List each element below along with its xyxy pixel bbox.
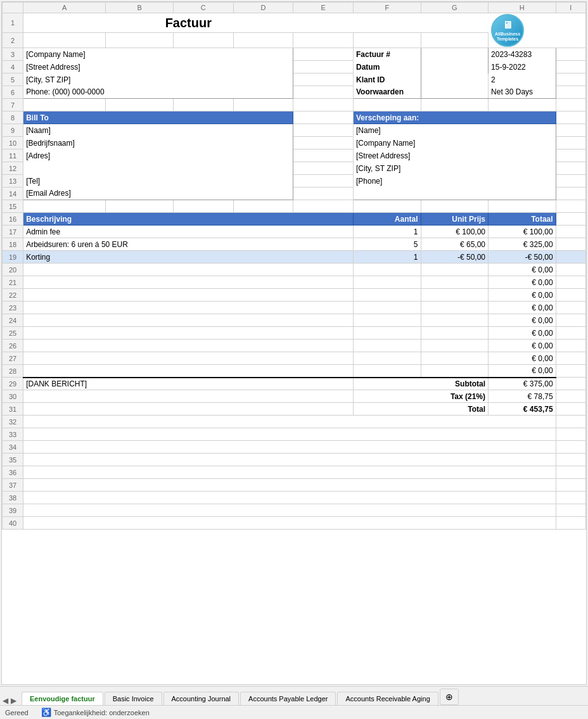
r7i[interactable]	[556, 99, 585, 111]
r7a[interactable]	[23, 99, 106, 111]
r11e[interactable]	[293, 150, 354, 162]
row19-unit[interactable]: -€ 50,00	[421, 251, 489, 264]
r16i[interactable]	[556, 213, 585, 226]
r12e[interactable]	[293, 162, 354, 175]
tab-add-button[interactable]: ⊕	[440, 689, 459, 705]
row18-total[interactable]: € 325,00	[489, 238, 556, 251]
bill-empty[interactable]	[23, 162, 293, 175]
r38i[interactable]	[556, 492, 585, 504]
r5i[interactable]	[556, 73, 585, 86]
row17-unit[interactable]: € 100,00	[421, 226, 489, 238]
r31-desc[interactable]	[23, 403, 354, 416]
company-street[interactable]: [Street Address]	[23, 61, 293, 73]
r40[interactable]	[23, 517, 556, 530]
r36i[interactable]	[556, 466, 585, 479]
r7h[interactable]	[489, 99, 556, 111]
status-accessibility[interactable]: ♿ Toegankelijkheid: onderzoeken	[41, 708, 150, 717]
row27-unit[interactable]	[421, 352, 489, 365]
col-header-g[interactable]: G	[421, 3, 489, 13]
ship-name[interactable]: [Name]	[353, 124, 556, 137]
row22-qty[interactable]	[353, 289, 421, 302]
company-name[interactable]: [Company Name]	[23, 48, 293, 61]
tab-accounts-receivable[interactable]: Accounts Receivable Aging	[337, 692, 438, 705]
col-header-h[interactable]: H	[489, 3, 556, 13]
r26i[interactable]	[556, 340, 585, 352]
company-phone[interactable]: Phone: (000) 000-0000	[23, 86, 293, 99]
r14e[interactable]	[293, 188, 354, 200]
r17i[interactable]	[556, 226, 585, 238]
r39[interactable]	[23, 504, 556, 517]
tab-nav-right[interactable]: ▶	[11, 696, 16, 705]
r5e[interactable]	[293, 73, 354, 86]
r15h[interactable]	[489, 200, 556, 213]
r4i[interactable]	[556, 61, 585, 73]
bill-naam[interactable]: [Naam]	[23, 124, 293, 137]
row21-qty[interactable]	[353, 276, 421, 289]
company-city[interactable]: [City, ST ZIP]	[23, 73, 293, 86]
row26-total[interactable]: € 0,00	[489, 340, 556, 352]
row21-unit[interactable]	[421, 276, 489, 289]
r21i[interactable]	[556, 276, 585, 289]
col-header-f[interactable]: F	[353, 3, 421, 13]
row19-total[interactable]: -€ 50,00	[489, 251, 556, 264]
r2a[interactable]	[23, 33, 106, 48]
r33i[interactable]	[556, 428, 585, 441]
r13i[interactable]	[556, 175, 585, 188]
row28-total[interactable]: € 0,00	[489, 365, 556, 378]
r7e[interactable]	[293, 99, 354, 111]
r7d[interactable]	[233, 99, 293, 111]
r10e[interactable]	[293, 137, 354, 150]
r10i[interactable]	[556, 137, 585, 150]
r36[interactable]	[23, 466, 556, 479]
col-header-i[interactable]: I	[556, 3, 585, 13]
r15d[interactable]	[233, 200, 293, 213]
row25-desc[interactable]	[23, 327, 354, 340]
row25-total[interactable]: € 0,00	[489, 327, 556, 340]
r18i[interactable]	[556, 238, 585, 251]
row26-desc[interactable]	[23, 340, 354, 352]
col-header-c[interactable]: C	[173, 3, 233, 13]
ship-city[interactable]: [City, ST ZIP]	[353, 162, 556, 175]
row26-unit[interactable]	[421, 340, 489, 352]
row20-unit[interactable]	[421, 264, 489, 276]
row27-qty[interactable]	[353, 352, 421, 365]
r13e[interactable]	[293, 175, 354, 188]
r12i[interactable]	[556, 162, 585, 175]
row20-desc[interactable]	[23, 264, 354, 276]
col-header-e[interactable]: E	[293, 3, 354, 13]
ship-company[interactable]: [Company Name]	[353, 137, 556, 150]
row17-total[interactable]: € 100,00	[489, 226, 556, 238]
r22i[interactable]	[556, 289, 585, 302]
r15c[interactable]	[173, 200, 233, 213]
row26-qty[interactable]	[353, 340, 421, 352]
row22-desc[interactable]	[23, 289, 354, 302]
r28i[interactable]	[556, 365, 585, 378]
r4e[interactable]	[293, 61, 354, 73]
r32[interactable]	[23, 416, 556, 428]
tab-basic-invoice[interactable]: Basic Invoice	[105, 692, 162, 705]
row20-total[interactable]: € 0,00	[489, 264, 556, 276]
col-header-d[interactable]: D	[233, 3, 293, 13]
r3i[interactable]	[556, 48, 585, 61]
r8i[interactable]	[556, 111, 585, 124]
tab-accounts-payable[interactable]: Accounts Payable Ledger	[240, 692, 336, 705]
r34[interactable]	[23, 441, 556, 454]
r7g[interactable]	[421, 99, 489, 111]
r15a[interactable]	[23, 200, 106, 213]
r15g[interactable]	[421, 200, 489, 213]
r37[interactable]	[23, 479, 556, 492]
r11i[interactable]	[556, 150, 585, 162]
ship-street[interactable]: [Street Address]	[353, 150, 556, 162]
row24-qty[interactable]	[353, 314, 421, 327]
r30-desc[interactable]	[23, 390, 354, 403]
r37i[interactable]	[556, 479, 585, 492]
row24-desc[interactable]	[23, 314, 354, 327]
r2g[interactable]	[421, 33, 489, 48]
r14i[interactable]	[556, 188, 585, 200]
col-header-a[interactable]: A	[23, 3, 106, 13]
row22-unit[interactable]	[421, 289, 489, 302]
row19-desc[interactable]: Korting	[23, 251, 354, 264]
r2f[interactable]	[353, 33, 421, 48]
row28-qty[interactable]	[353, 365, 421, 378]
r9i[interactable]	[556, 124, 585, 137]
